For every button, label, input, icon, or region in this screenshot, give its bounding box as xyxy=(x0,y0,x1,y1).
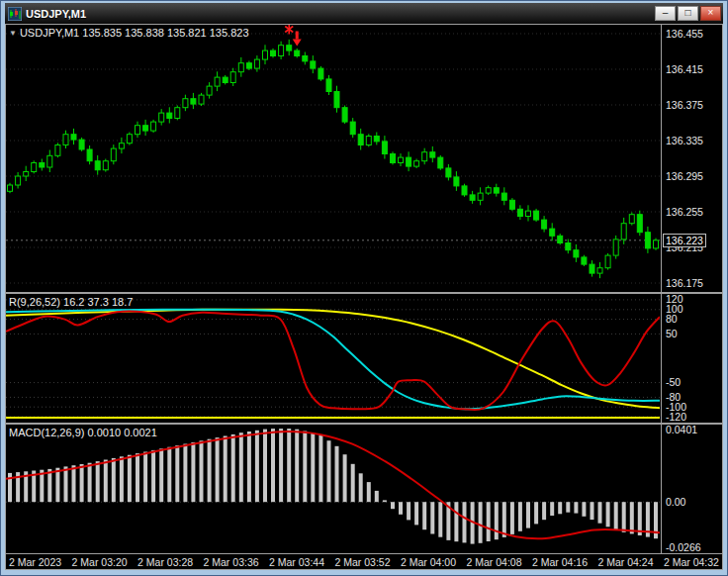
bid-price-tag: 136.223 xyxy=(663,234,706,247)
oscillator-panel[interactable]: R(9,26,52) 16.2 37.3 18.7 1201008050-50-… xyxy=(6,294,722,423)
oscillator-plot xyxy=(6,294,660,423)
scale-label: 50 xyxy=(666,329,678,339)
time-label: 2 Mar 04:24 xyxy=(597,556,653,568)
scale-label: 136.335 xyxy=(666,136,703,146)
chart-window-icon xyxy=(7,6,22,21)
titlebar[interactable]: USDJPY,M1 – □ × xyxy=(5,3,723,24)
scale-label: 136.175 xyxy=(666,278,703,289)
oscillator-label: R(9,26,52) 16.2 37.3 18.7 xyxy=(9,296,133,308)
chart-shift-marker-icon[interactable]: ▼ xyxy=(9,29,17,38)
time-label: 2 Mar 04:32 xyxy=(664,556,719,568)
window-title: USDJPY,M1 xyxy=(26,8,655,20)
macd-label: MACD(12,26,9) 0.0010 0.0021 xyxy=(9,427,157,438)
symbol-ohlc-text: USDJPY,M1 135.835 135.838 135.821 135.82… xyxy=(20,27,249,39)
time-label: 2 Mar 03:20 xyxy=(72,556,128,568)
macd-plot xyxy=(6,425,660,553)
scale-label: 136.415 xyxy=(666,64,703,75)
scale-label: 0.00 xyxy=(666,497,685,508)
time-label: 2 Mar 04:00 xyxy=(401,556,456,568)
time-label: 2 Mar 03:44 xyxy=(269,556,324,568)
time-label: 2 Mar 04:08 xyxy=(466,556,521,568)
scale-label: 136.455 xyxy=(666,29,703,40)
minimize-button[interactable]: – xyxy=(655,6,676,21)
maximize-button[interactable]: □ xyxy=(678,6,698,21)
time-axis[interactable]: 2 Mar 20232 Mar 03:202 Mar 03:282 Mar 03… xyxy=(6,554,722,569)
scale-label: -0.0266 xyxy=(666,542,701,553)
chart-window: USDJPY,M1 – □ × ▼USDJPY,M1 135.835 135.8… xyxy=(0,0,728,576)
symbol-ohlc-label: ▼USDJPY,M1 135.835 135.838 135.821 135.8… xyxy=(9,27,249,39)
time-label: 2 Mar 2023 xyxy=(9,556,61,568)
scale-label: 136.295 xyxy=(666,171,703,182)
scale-label: 136.375 xyxy=(666,100,703,111)
macd-panel[interactable]: MACD(12,26,9) 0.0010 0.0021 0.04010.00-0… xyxy=(6,425,722,553)
time-label: 2 Mar 03:36 xyxy=(204,556,259,568)
scale-label: -120 xyxy=(666,412,686,423)
time-label: 2 Mar 03:28 xyxy=(137,556,193,568)
close-button[interactable]: × xyxy=(700,6,721,21)
oscillator-scale[interactable]: 1201008050-50-80-100-120 xyxy=(661,294,722,423)
scale-label: 80 xyxy=(666,314,678,325)
price-chart-panel[interactable]: ▼USDJPY,M1 135.835 135.838 135.821 135.8… xyxy=(6,25,722,292)
scale-label: 0.0401 xyxy=(666,425,697,435)
chart-content: ▼USDJPY,M1 135.835 135.838 135.821 135.8… xyxy=(5,24,723,570)
candlestick-plot xyxy=(6,25,660,292)
time-label: 2 Mar 03:52 xyxy=(335,556,391,568)
time-label: 2 Mar 04:16 xyxy=(532,556,588,568)
price-scale[interactable]: 136.455136.415136.375136.335136.295136.2… xyxy=(661,25,722,292)
window-controls: – □ × xyxy=(655,6,721,21)
scale-label: -50 xyxy=(666,377,681,388)
macd-scale[interactable]: 0.04010.00-0.0266 xyxy=(661,425,722,553)
scale-label: 136.255 xyxy=(666,207,703,218)
